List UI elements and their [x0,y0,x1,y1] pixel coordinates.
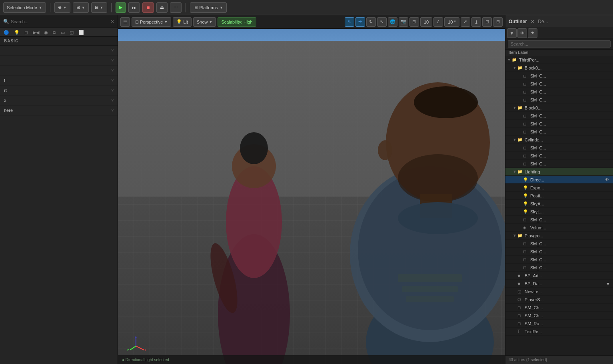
tree-row[interactable]: ◻SM_C... [505,144,613,152]
tree-row[interactable]: ◆BP_Ad... [505,272,613,280]
panel-item-3[interactable]: ? [0,66,118,76]
tree-row[interactable]: ▼📁ThirdPer... [505,56,613,64]
expand-icon[interactable]: ▼ [513,169,517,174]
viewport-options-icon[interactable]: ⊞ [493,17,503,27]
tree-row[interactable]: ◻SM_C... [505,216,613,224]
close-icon[interactable]: ✕ [110,19,114,24]
grid-icon[interactable]: ⊞ [409,17,419,27]
step-button[interactable]: ⏭ [128,2,140,13]
panel-tab-8[interactable]: ◱ [68,29,76,36]
camera-icon[interactable]: 📷 [399,17,408,27]
panel-item-5[interactable]: rt ? [0,86,118,95]
panel-tab-9[interactable]: ⬜ [76,29,86,36]
tree-row[interactable]: ▼📁Lighting [505,168,613,176]
tree-row[interactable]: ▼📁Block0... [505,64,613,72]
tree-row[interactable]: ◻SM_C... [505,112,613,120]
lit-button[interactable]: 💡 Lit [173,17,192,27]
rotate-icon[interactable]: ↻ [366,17,376,27]
tree-row[interactable]: 💡SkyL... [505,208,613,216]
expand-icon[interactable]: ▼ [507,58,512,62]
panel-item-2[interactable]: ? [0,56,118,66]
tree-row[interactable]: 💡Direc...👁 [505,176,613,184]
panel-tab-6[interactable]: ⧉ [51,29,58,36]
outliner-tree[interactable]: ▼📁ThirdPer...▼📁Block0...◻SM_C...◻SM_C...… [505,56,613,355]
tree-row[interactable]: ◻SM_C... [505,240,613,248]
item-type-icon: ◱ [517,289,524,294]
selection-mode-button[interactable]: Selection Mode ▼ [3,2,46,13]
tree-row[interactable]: ◻SM_C... [505,96,613,104]
star-filter-button[interactable]: ★ [528,28,537,38]
viewport[interactable]: ☰ ◻ Perspective ▼ 💡 Lit Show ▼ Scalabili… [118,15,505,364]
tree-row[interactable]: ◻SM_C... [505,128,613,136]
grid-size-2[interactable]: 10° [444,17,459,27]
stop-button[interactable]: ⏹ [142,2,154,13]
play-button[interactable]: ▶ [116,2,126,13]
outliner-close-button[interactable]: ✕ [529,18,536,25]
angle-icon[interactable]: ∠ [433,17,443,27]
panel-tab-5[interactable]: ◉ [42,29,50,36]
chevron-show: ▼ [209,20,213,24]
tree-row[interactable]: ◻SM_C... [505,264,613,272]
tree-row[interactable]: 💡Expo... [505,184,613,192]
tree-row[interactable]: ◈Volum... [505,224,613,232]
add-actor-button[interactable]: ⊕ ▼ [54,2,70,13]
panel-item-6[interactable]: x ? [0,95,118,105]
tree-row[interactable]: ▼📁Block0... [505,104,613,112]
tree-row[interactable]: ◱NewLe... [505,288,613,296]
tree-row[interactable]: ◻SM_C... [505,152,613,160]
snap-button[interactable]: ⊞ ▼ [73,2,89,13]
panel-item-4[interactable]: t ? [0,76,118,86]
tree-row[interactable]: ▼📁Cylinde... [505,136,613,144]
expand-icon[interactable]: ▼ [513,66,517,70]
world-icon[interactable]: 🌐 [388,17,397,27]
panel-item-7[interactable]: here ? [0,105,118,115]
tree-row[interactable]: ◻SM_C... [505,160,613,168]
tree-row[interactable]: ◻SM_Ra... [505,320,613,328]
tree-row[interactable]: ◻SM_C... [505,256,613,264]
tree-row[interactable]: 💡SkyA... [505,200,613,208]
panel-tab-4[interactable]: ▶◀ [31,29,41,36]
tree-row[interactable]: ◆BP_Da...★ [505,280,613,288]
tree-row[interactable]: 💡Posti... [505,192,613,200]
tree-row[interactable]: ◻SM_C... [505,72,613,80]
tree-row[interactable]: ⬡PlayerS... [505,296,613,304]
platforms-button[interactable]: 🖥 Platforms ▼ [190,2,227,13]
visibility-icon[interactable]: 👁 [605,177,611,182]
eject-button[interactable]: ⏏ [156,2,168,13]
scalability-button[interactable]: Scalability: High [218,17,256,27]
expand-icon[interactable]: ▼ [513,233,517,238]
eye-button[interactable]: 👁 [517,28,527,38]
select-mode-icon[interactable]: ↖ [345,17,354,27]
tree-row[interactable]: ◻SM_C... [505,248,613,256]
expand-icon[interactable]: ▼ [513,137,517,142]
panel-tab-1[interactable]: 🔵 [2,29,11,36]
tree-row[interactable]: TTextRe... [505,328,613,336]
tree-row[interactable]: ◻SM_C... [505,88,613,96]
more-options-button[interactable]: ⋯ [170,2,182,13]
viewport-menu-button[interactable]: ☰ [120,17,130,27]
tree-row[interactable]: ◻SM_Ch... [505,312,613,320]
panel-search-input[interactable] [11,19,109,24]
expand-icon[interactable]: ▼ [513,105,517,110]
panel-tab-7[interactable]: ▭ [59,29,67,36]
show-button[interactable]: Show ▼ [193,17,216,27]
outliner-search-input[interactable] [508,40,611,48]
filter-button[interactable]: ▼ [507,28,517,38]
panel-tab-3[interactable]: ◻ [22,29,30,36]
maximize-icon[interactable]: ⊡ [482,17,492,27]
grid-size-3[interactable]: 1 [471,17,481,27]
tree-row[interactable]: ▼📁Playgro... [505,232,613,240]
translate-icon[interactable]: ✛ [355,17,365,27]
tree-row[interactable]: ◻SM_C... [505,120,613,128]
panel-tab-2[interactable]: 💡 [12,29,22,36]
perspective-button[interactable]: ◻ Perspective ▼ [132,17,171,27]
scale-icon[interactable]: ⤡ [377,17,387,27]
item-type-icon: ◈ [523,225,529,230]
tree-row[interactable]: ◻SM_C... [505,80,613,88]
sequence-button[interactable]: ⊟ ▼ [91,2,107,13]
tree-row[interactable]: ◻SM_Ch... [505,304,613,312]
scale-grid-icon[interactable]: ⤢ [461,17,470,27]
grid-size-1[interactable]: 10 [420,17,432,27]
details-tab[interactable]: De... [540,18,546,25]
panel-item-1[interactable]: ? [0,46,118,56]
